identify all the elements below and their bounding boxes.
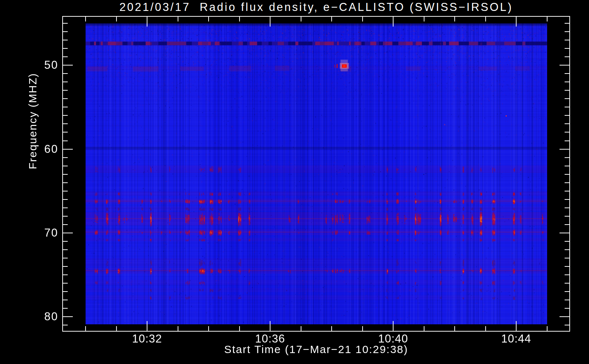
x-minor-tick — [178, 17, 178, 21]
y-minor-tick — [63, 90, 68, 91]
y-minor-tick — [63, 291, 68, 292]
y-minor-tick — [63, 174, 68, 175]
y-minor-tick — [63, 141, 68, 141]
x-minor-tick — [208, 17, 209, 21]
x-minor-tick — [178, 326, 178, 331]
y-minor-tick — [565, 182, 569, 183]
y-minor-tick — [565, 216, 569, 217]
x-minor-tick — [454, 326, 455, 331]
x-minor-tick — [362, 17, 363, 21]
y-minor-tick — [565, 291, 569, 292]
x-minor-tick — [116, 326, 117, 331]
x-minor-tick — [547, 17, 548, 21]
y-minor-tick — [565, 90, 569, 91]
y-minor-tick — [565, 300, 569, 300]
y-tick-label: 80 — [11, 310, 58, 323]
y-minor-tick — [63, 274, 68, 275]
y-minor-tick — [63, 123, 68, 124]
x-minor-tick — [424, 326, 424, 331]
y-minor-tick — [63, 166, 68, 166]
y-minor-tick — [565, 283, 569, 284]
y-minor-tick — [565, 224, 569, 225]
y-minor-tick — [63, 182, 68, 183]
y-minor-tick — [565, 132, 569, 132]
y-minor-tick — [565, 157, 569, 158]
y-minor-tick — [63, 157, 68, 158]
y-minor-tick — [63, 199, 68, 200]
spectrogram-canvas — [86, 23, 547, 324]
y-minor-tick — [565, 174, 569, 175]
y-major-tick — [63, 316, 73, 317]
y-minor-tick — [63, 82, 68, 82]
y-minor-tick — [63, 216, 68, 217]
y-minor-tick — [63, 224, 68, 225]
y-minor-tick — [63, 40, 68, 40]
y-minor-tick — [565, 82, 569, 82]
x-minor-tick — [301, 17, 301, 21]
y-minor-tick — [565, 31, 569, 32]
y-major-tick — [560, 65, 569, 66]
y-tick-label: 50 — [11, 59, 58, 72]
y-minor-tick — [565, 266, 569, 267]
y-minor-tick — [63, 73, 68, 74]
y-major-tick — [63, 65, 73, 66]
y-major-tick — [560, 149, 569, 150]
y-minor-tick — [565, 48, 569, 49]
y-minor-tick — [63, 191, 68, 191]
y-minor-tick — [63, 56, 68, 57]
x-minor-tick — [239, 17, 240, 21]
y-minor-tick — [63, 98, 68, 99]
y-minor-tick — [63, 241, 68, 242]
y-major-tick — [63, 149, 73, 150]
y-minor-tick — [63, 325, 68, 325]
y-minor-tick — [63, 31, 68, 32]
y-minor-tick — [565, 166, 569, 166]
y-minor-tick — [63, 300, 68, 300]
x-minor-tick — [331, 326, 332, 331]
x-minor-tick — [424, 17, 424, 21]
y-minor-tick — [565, 73, 569, 74]
x-minor-tick — [547, 326, 548, 331]
y-minor-tick — [63, 258, 68, 258]
x-minor-tick — [116, 17, 117, 21]
y-minor-tick — [565, 199, 569, 200]
x-axis-title: Start Time (17−Mar−21 10:29:38) — [62, 343, 570, 356]
y-minor-tick — [565, 115, 569, 116]
y-minor-tick — [565, 191, 569, 191]
y-major-tick — [560, 233, 569, 233]
y-minor-tick — [63, 48, 68, 49]
y-minor-tick — [63, 23, 68, 24]
y-minor-tick — [63, 107, 68, 107]
y-minor-tick — [63, 207, 68, 208]
y-minor-tick — [565, 308, 569, 309]
x-minor-tick — [454, 17, 455, 21]
y-minor-tick — [565, 258, 569, 258]
y-minor-tick — [565, 56, 569, 57]
x-minor-tick — [85, 17, 86, 21]
y-minor-tick — [565, 141, 569, 141]
y-minor-tick — [63, 132, 68, 132]
x-minor-tick — [301, 326, 301, 331]
y-minor-tick — [565, 98, 569, 99]
y-major-tick — [560, 316, 569, 317]
y-minor-tick — [565, 325, 569, 325]
y-minor-tick — [565, 23, 569, 24]
chart-title: 2021/03/17 Radio flux density, e−CALLIST… — [62, 1, 570, 14]
y-minor-tick — [565, 249, 569, 250]
y-minor-tick — [63, 266, 68, 267]
y-major-tick — [63, 233, 73, 233]
y-minor-tick — [565, 207, 569, 208]
y-minor-tick — [63, 308, 68, 309]
y-minor-tick — [565, 107, 569, 107]
x-minor-tick — [485, 17, 486, 21]
y-minor-tick — [63, 115, 68, 116]
x-minor-tick — [485, 326, 486, 331]
y-tick-label: 70 — [11, 226, 58, 240]
x-minor-tick — [362, 326, 363, 331]
y-minor-tick — [565, 40, 569, 40]
x-minor-tick — [208, 326, 209, 331]
y-minor-tick — [63, 283, 68, 284]
y-minor-tick — [565, 274, 569, 275]
y-minor-tick — [63, 249, 68, 250]
spectrogram-page: 2021/03/17 Radio flux density, e−CALLIST… — [0, 0, 589, 364]
